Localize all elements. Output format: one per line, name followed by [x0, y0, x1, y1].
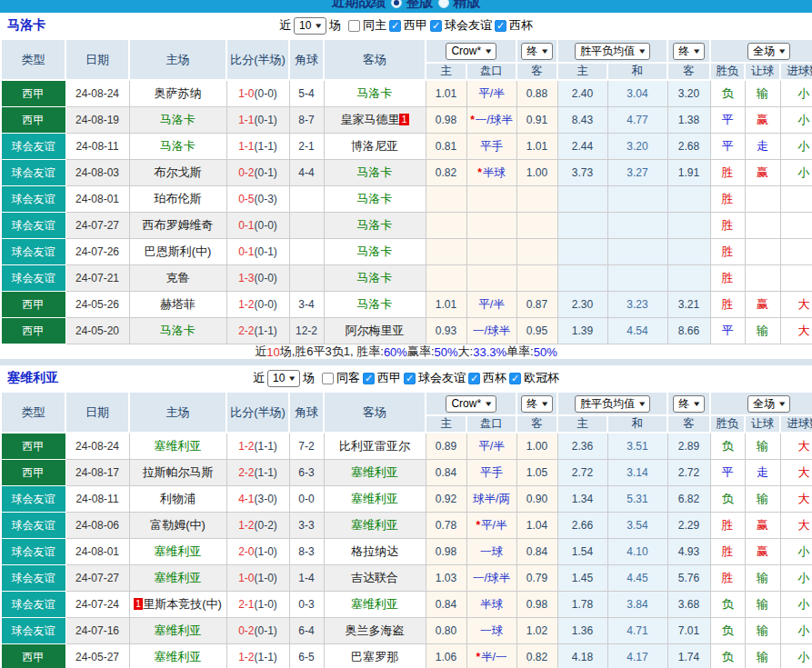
- cell-avg-away: 1.74: [667, 644, 710, 668]
- fulltime-score: 1-2: [238, 519, 254, 532]
- team-title: 马洛卡: [7, 17, 45, 34]
- odds-final-select[interactable]: 终▾: [521, 395, 553, 413]
- cell-avg-home: [557, 213, 607, 239]
- section-header[interactable]: 塞维利亚近10▾场同客西甲球会友谊西杯欧冠杯: [0, 365, 812, 391]
- away-team-name[interactable]: 马洛卡: [357, 218, 393, 232]
- match-count-select[interactable]: 10▾: [267, 370, 300, 387]
- home-team-name[interactable]: 奥萨苏纳: [155, 86, 202, 100]
- section-header[interactable]: 马洛卡近10▾场同主西甲球会友谊西杯: [0, 13, 812, 38]
- radio-full-version[interactable]: [391, 0, 402, 8]
- cell-result: 负: [710, 80, 745, 107]
- away-team-name[interactable]: 巴塞罗那: [351, 650, 398, 663]
- scope-select[interactable]: 全场▾: [747, 395, 790, 413]
- odds-source-select[interactable]: Crow*▾: [446, 43, 496, 60]
- away-team-name[interactable]: 马洛卡: [357, 297, 393, 311]
- home-team-name[interactable]: 马洛卡: [160, 113, 195, 126]
- cell-corners: 7-2: [289, 433, 324, 460]
- cell-corners: 2-1: [289, 134, 324, 160]
- cell-away-team: 阿尔梅里亚: [324, 318, 426, 344]
- cell-away-team: 马洛卡: [324, 292, 426, 318]
- same-venue-checkbox[interactable]: [348, 20, 360, 32]
- cell-goals-result: 小: [780, 160, 812, 186]
- away-team-name[interactable]: 比利亚雷亚尔: [339, 439, 410, 453]
- cell-avg-draw: 5.31: [607, 486, 667, 513]
- away-team-name[interactable]: 马洛卡: [357, 271, 393, 284]
- chevron-down-icon: ▾: [639, 46, 645, 55]
- summary-segment: 50%: [534, 345, 557, 359]
- home-team-name[interactable]: 塞维利亚: [155, 439, 202, 453]
- cell-goals-result: [780, 239, 812, 265]
- home-team-name[interactable]: 赫塔菲: [160, 297, 195, 311]
- radio-lite-version-label[interactable]: 精版: [454, 0, 481, 11]
- odds-final-select[interactable]: 终▾: [521, 43, 553, 60]
- league-checkbox-2[interactable]: [495, 20, 506, 32]
- table-row: 球会友谊24-08-03布尔戈斯0-2(0-1)4-4马洛卡0.82*半球1.0…: [1, 160, 812, 186]
- away-team-name[interactable]: 马洛卡: [357, 165, 393, 179]
- league-checkbox-0[interactable]: [389, 20, 401, 32]
- away-team-name[interactable]: 塞维利亚: [351, 465, 398, 479]
- odds-source-select[interactable]: Crow*▾: [446, 395, 496, 413]
- away-team-name[interactable]: 皇家马德里: [340, 113, 399, 126]
- away-team-name[interactable]: 塞维利亚: [351, 492, 398, 505]
- cell-avg-away: [667, 265, 710, 292]
- away-team-name[interactable]: 格拉纳达: [351, 544, 398, 558]
- table-row: 球会友谊24-08-06富勒姆(中)1-2(0-2)3-3塞维利亚0.78*平/…: [1, 513, 812, 539]
- away-team-name[interactable]: 阿尔梅里亚: [346, 324, 405, 337]
- away-team-name[interactable]: 塞维利亚: [351, 597, 398, 611]
- league-checkbox-1[interactable]: [404, 373, 416, 384]
- away-team-name[interactable]: 马洛卡: [357, 192, 393, 205]
- avg-final-select[interactable]: 终▾: [673, 43, 705, 60]
- cell-score: 4-1(3-0): [226, 486, 289, 513]
- col-header-3: 比分(半场): [226, 392, 289, 433]
- cell-date: 24-07-26: [65, 239, 129, 265]
- home-team-name[interactable]: 塞维利亚: [155, 544, 202, 558]
- home-team-name[interactable]: 拉斯帕尔马斯: [143, 465, 214, 479]
- avg-select[interactable]: 胜平负均值▾: [575, 395, 650, 413]
- scope-select[interactable]: 全场▾: [747, 43, 790, 60]
- radio-lite-version[interactable]: [438, 0, 449, 8]
- home-team-name[interactable]: 塞维利亚: [155, 650, 202, 663]
- league-checkbox-1[interactable]: [430, 20, 442, 32]
- away-team-name[interactable]: 马洛卡: [357, 86, 393, 100]
- away-team-name[interactable]: 塞维利亚: [351, 518, 398, 532]
- home-team-name[interactable]: 西布罗姆维奇: [143, 218, 214, 232]
- home-team-name[interactable]: 克鲁: [166, 271, 190, 284]
- home-team-name[interactable]: 马洛卡: [160, 139, 195, 153]
- avg-final-select[interactable]: 终▾: [673, 395, 705, 413]
- cell-score: 2-1(1-0): [226, 592, 289, 618]
- home-team-name[interactable]: 珀布伦斯: [155, 192, 202, 205]
- away-team-name[interactable]: 马洛卡: [357, 244, 393, 258]
- home-team-name[interactable]: 布尔戈斯: [155, 165, 202, 179]
- home-team-name[interactable]: 巴恩斯利(中): [145, 244, 212, 258]
- away-team-name[interactable]: 吉达联合: [351, 571, 398, 584]
- avg-select-value: 胜平负均值: [580, 44, 635, 59]
- cell-home-team: 塞维利亚: [129, 433, 226, 460]
- away-team-name[interactable]: 奥兰多海盗: [346, 623, 405, 637]
- cell-avg-draw: [607, 265, 667, 292]
- sub-header-2: 客: [516, 415, 557, 433]
- same-venue-checkbox[interactable]: [322, 373, 334, 384]
- league-checkbox-label-2: 西杯: [509, 17, 533, 34]
- cell-match-type: 球会友谊: [1, 160, 65, 186]
- home-team-name[interactable]: 马洛卡: [160, 324, 195, 337]
- handicap-text: 平/半: [478, 87, 504, 100]
- cell-home-team: 塞维利亚: [129, 618, 226, 644]
- league-checkbox-2[interactable]: [468, 373, 480, 384]
- league-checkbox-3[interactable]: [509, 373, 521, 384]
- league-checkbox-0[interactable]: [363, 373, 375, 384]
- home-team-name[interactable]: 塞维利亚: [155, 623, 202, 637]
- avg-select[interactable]: 胜平负均值▾: [575, 43, 650, 60]
- chevron-down-icon: ▾: [779, 399, 785, 408]
- top-nav-bar: 近期战绩 整版 精版: [0, 0, 812, 13]
- home-team-name[interactable]: 里斯本竞技(中): [143, 597, 222, 611]
- sub-header-6: 胜负: [710, 63, 745, 80]
- odds-source-select-value: Crow*: [451, 397, 481, 410]
- radio-full-version-label[interactable]: 整版: [406, 0, 434, 11]
- match-count-select[interactable]: 10▾: [294, 17, 326, 35]
- home-team-name[interactable]: 塞维利亚: [155, 571, 202, 584]
- home-team-name[interactable]: 利物浦: [160, 492, 195, 505]
- away-team-name[interactable]: 博洛尼亚: [351, 139, 398, 153]
- home-team-name[interactable]: 富勒姆(中): [150, 518, 206, 532]
- cell-home-team: 富勒姆(中): [129, 513, 226, 539]
- header-select-row: 类型日期主场比分(半场)角球客场Crow*▾终▾胜平负均值▾终▾全场▾: [1, 392, 812, 415]
